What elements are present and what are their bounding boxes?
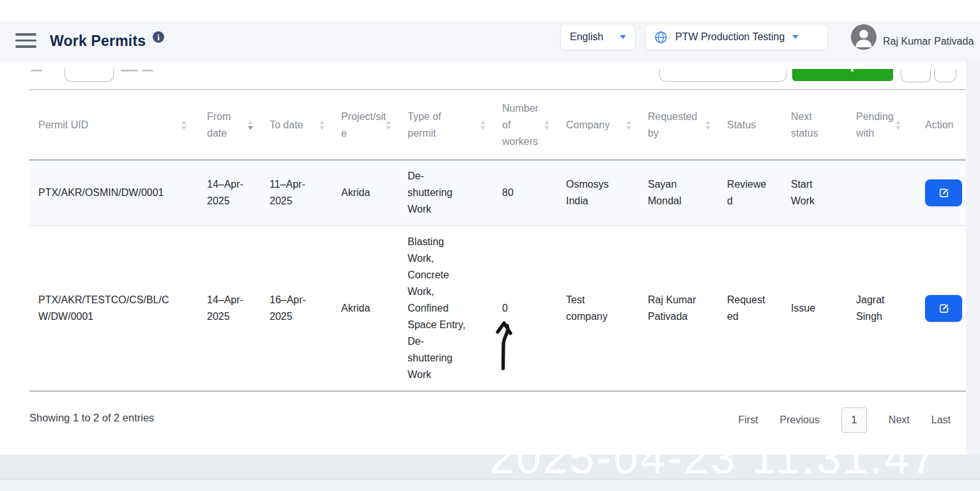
sort-icon — [181, 120, 187, 130]
sort-icon — [319, 120, 325, 130]
pagination-previous[interactable]: Previous — [780, 414, 820, 426]
clipped-button-label — [851, 69, 854, 72]
bottom-strip — [0, 479, 980, 491]
sort-icon — [896, 120, 901, 130]
sort-icon — [248, 120, 253, 130]
entries-summary: Showing 1 to 2 of 2 entries — [29, 412, 154, 424]
pagination-next[interactable]: Next — [889, 414, 910, 426]
sort-icon — [386, 120, 391, 130]
sort-icon — [480, 120, 486, 130]
language-dropdown[interactable]: English — [561, 24, 635, 50]
cell-company: Osmosys India — [557, 160, 639, 226]
cell-action — [908, 226, 966, 391]
column-header-type-of-permit[interactable]: Type of permit — [399, 90, 493, 160]
page-title: Work Permits — [50, 21, 146, 61]
toolbar-button[interactable] — [934, 69, 956, 82]
column-header-requested-by[interactable]: Requested by — [639, 90, 718, 160]
toolbar-button[interactable] — [901, 69, 931, 82]
avatar[interactable] — [851, 24, 877, 50]
cell-from-date: 14–Apr-2025 — [198, 226, 261, 391]
page-length-select[interactable] — [65, 68, 114, 82]
sort-icon — [626, 120, 631, 130]
pagination-last[interactable]: Last — [931, 414, 951, 426]
site-dropdown[interactable]: PTW Production Testing — [645, 24, 827, 50]
cell-to-date: 11–Apr-2025 — [261, 160, 332, 226]
cell-company: Test company — [557, 226, 639, 391]
cell-type-of-permit: Blasting Work, Concrete Work, Confined S… — [399, 226, 493, 391]
clipped-text-fragment — [121, 70, 138, 72]
cell-pending-with — [838, 160, 908, 226]
sort-icon — [544, 120, 549, 130]
column-header-company[interactable]: Company — [557, 90, 639, 160]
cell-from-date: 14–Apr-2025 — [198, 160, 261, 226]
cell-pending-with: Jagrat Singh — [838, 226, 908, 391]
cell-status: Reviewed — [718, 160, 774, 226]
clipped-text-fragment — [142, 70, 153, 72]
cell-permit-uid: PTX/AKR/OSMIN/DW/0001 — [29, 160, 198, 226]
column-header-permit-uid[interactable]: Permit UID — [29, 90, 198, 160]
column-header-to-date[interactable]: To date — [261, 90, 332, 160]
chevron-down-icon — [620, 35, 626, 39]
cell-project-site: Akrida — [332, 160, 399, 226]
column-header-pending-with[interactable]: Pending with — [838, 90, 908, 160]
info-icon[interactable]: i — [153, 31, 164, 43]
pagination-current-page[interactable]: 1 — [841, 407, 867, 433]
edit-icon — [938, 187, 950, 199]
sort-icon — [705, 120, 710, 130]
language-value: English — [570, 31, 603, 43]
cell-next-status: Start Work — [774, 160, 838, 226]
app-bar: Work Permits i English PTW Production Te… — [0, 21, 980, 61]
chevron-down-icon — [792, 35, 799, 39]
cell-next-status: Issue — [774, 226, 838, 391]
edit-permit-button[interactable] — [925, 295, 962, 322]
column-header-action: Action — [908, 90, 966, 160]
column-header-from-date[interactable]: From date — [198, 90, 261, 160]
annotation-arrow-up — [492, 317, 517, 375]
cell-requested-by: Raj Kumar Pativada — [639, 226, 718, 391]
watermark-band: 2025-04-23 11.31.47 — [0, 455, 980, 479]
column-header-next-status: Next status — [774, 90, 838, 160]
pagination-first[interactable]: First — [738, 414, 758, 426]
cell-status: Requested — [718, 226, 774, 391]
clipped-text-fragment — [31, 70, 42, 72]
create-permit-button[interactable] — [792, 69, 893, 81]
column-header-status: Status — [718, 90, 774, 160]
user-name: Raj Kumar Pativada — [883, 21, 974, 61]
table-row: PTX/AKR/OSMIN/DW/0001 14–Apr-2025 11–Apr… — [29, 160, 966, 226]
globe-icon — [654, 31, 668, 44]
cell-action — [908, 160, 966, 226]
cell-type-of-permit: De-shuttering Work — [399, 160, 493, 226]
site-value: PTW Production Testing — [675, 31, 785, 43]
page-background-strip — [966, 61, 980, 455]
timestamp-watermark: 2025-04-23 11.31.47 — [489, 455, 938, 479]
top-strip — [0, 0, 980, 21]
menu-icon[interactable] — [15, 30, 36, 51]
column-header-project-site[interactable]: Project/site — [332, 90, 399, 160]
cell-to-date: 16–Apr-2025 — [261, 226, 332, 391]
cell-permit-uid: PTX/AKR/TESTCO/CS/BL/CW/DW/0001 — [29, 226, 198, 391]
table-header-row: Permit UID From date To date Project/sit… — [29, 90, 966, 160]
cell-requested-by: Sayan Mondal — [639, 160, 718, 226]
pagination: First Previous 1 Next Last — [738, 406, 951, 434]
column-header-number-of-workers[interactable]: Number of workers — [493, 90, 557, 160]
cell-project-site: Akrida — [332, 226, 399, 391]
cell-number-of-workers: 80 — [493, 160, 557, 226]
edit-icon — [938, 303, 950, 315]
edit-permit-button[interactable] — [925, 179, 962, 206]
search-input[interactable] — [659, 69, 787, 82]
